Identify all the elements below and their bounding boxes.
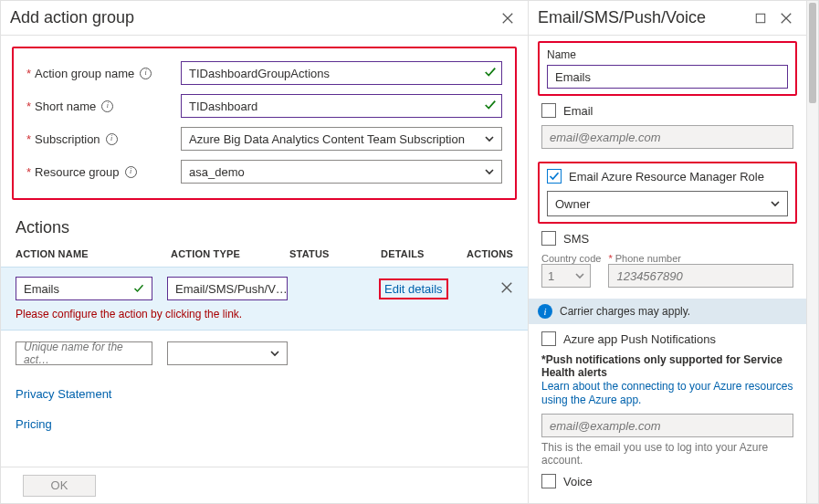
push-checkbox[interactable] [541,331,556,346]
info-banner: i Carrier charges may apply. [529,299,806,324]
name-input[interactable]: Emails [547,65,788,89]
short-name-label: Short name i [35,100,181,113]
push-note: *Push notifications only supported for S… [541,353,793,379]
checkmark-icon [484,99,497,111]
arm-role-checkbox[interactable] [547,169,562,184]
push-learn-link[interactable]: Learn about the connecting to your Azure… [541,380,793,406]
required-marker: * [26,67,31,80]
arm-role-label: Email Azure Resource Manager Role [569,170,764,184]
pricing-link[interactable]: Pricing [16,417,513,431]
ok-button[interactable]: OK [23,475,96,497]
info-icon[interactable]: i [125,166,137,178]
table-row: Emails Email/SMS/Push/V… Edit details [16,277,513,300]
voice-checkbox[interactable] [541,474,556,488]
action-group-name-label: Action group name i [35,67,181,80]
page-title: Add action group [10,8,493,27]
chevron-down-icon [270,349,279,358]
arm-role-select[interactable]: Owner [547,191,788,216]
delete-icon[interactable] [500,279,513,299]
maximize-icon[interactable] [750,7,772,29]
scrollbar[interactable] [807,1,818,503]
action-type-select[interactable] [167,341,288,365]
svg-rect-0 [756,14,764,22]
push-email-input: email@example.com [541,414,793,437]
chevron-down-icon [485,134,494,143]
chevron-down-icon [771,199,780,208]
resource-group-label: Resource group i [35,165,181,179]
phone-label: Phone number [615,253,681,264]
warning-text: Please configure the action by clicking … [16,308,513,320]
chevron-down-icon [485,167,494,176]
info-icon[interactable]: i [101,100,113,112]
push-hint: This is the email you use to log into yo… [541,441,793,467]
info-icon[interactable]: i [106,133,118,145]
sms-checkbox[interactable] [541,231,556,246]
close-icon[interactable] [497,7,519,29]
edit-details-link[interactable]: Edit details [384,282,443,296]
subscription-select[interactable]: Azure Big Data Analytics Content Team Su… [181,127,502,151]
action-name-input[interactable]: Unique name for the act… [16,341,152,365]
table-row: Unique name for the act… [1,331,528,376]
short-name-input[interactable] [181,94,502,118]
email-checkbox[interactable] [541,103,556,118]
email-label: Email [563,104,593,118]
action-name-input[interactable]: Emails [16,277,152,300]
email-input: email@example.com [541,125,793,149]
subscription-label: Subscription i [35,132,181,146]
info-icon: i [538,304,552,319]
country-code-label: Country code [541,253,601,264]
phone-input: 1234567890 [608,264,793,288]
table-header: ACTION NAME ACTION TYPE STATUS DETAILS A… [1,239,528,267]
push-label: Azure app Push Notifications [563,332,716,346]
chevron-down-icon [575,271,584,280]
actions-section-header: Actions [16,218,513,237]
required-marker: * [608,253,612,264]
action-group-name-input[interactable] [181,61,502,85]
resource-group-select[interactable]: asa_demo [181,160,502,184]
checkmark-icon [133,283,144,294]
right-panel-title: Email/SMS/Push/Voice [538,8,746,27]
action-type-select[interactable]: Email/SMS/Push/V… [167,277,288,300]
checkmark-icon [484,66,497,79]
name-label: Name [547,48,788,61]
info-icon[interactable]: i [140,68,152,79]
checkmark-icon [549,171,560,182]
close-icon[interactable] [775,7,797,29]
privacy-link[interactable]: Privacy Statement [16,387,513,401]
sms-label: SMS [563,232,589,246]
voice-label: Voice [563,475,593,488]
country-code-select: 1 [541,264,591,288]
